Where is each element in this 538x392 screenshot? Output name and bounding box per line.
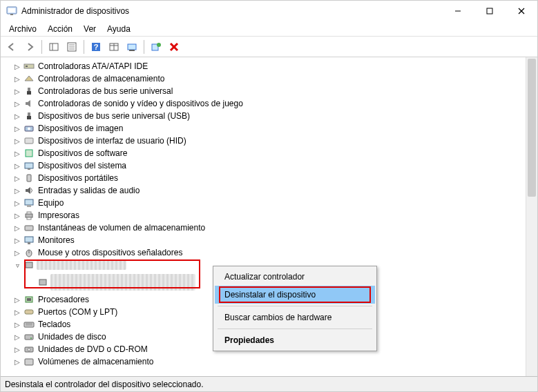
context-update-driver[interactable]: Actualizar controlador [215, 268, 375, 286]
toolbar-separator [84, 40, 84, 54]
chevron-right-icon[interactable]: ▷ [13, 199, 21, 207]
chevron-right-icon[interactable]: ▷ [13, 333, 21, 341]
update-driver-button[interactable] [124, 39, 140, 55]
back-button[interactable] [3, 39, 20, 55]
tree-node[interactable]: ▷Instantáneas de volumen de almacenamien… [13, 222, 537, 234]
tree-node[interactable]: ▷Mouse y otros dispositivos señaladores [13, 246, 537, 259]
scan-hardware-button[interactable] [148, 39, 164, 55]
chevron-right-icon[interactable]: ▷ [13, 100, 21, 108]
menu-archivo[interactable]: Archivo [3, 23, 42, 35]
node-label: Volúmenes de almacenamiento [37, 357, 155, 366]
chevron-right-icon[interactable]: ▷ [13, 321, 21, 329]
chevron-right-icon[interactable]: ▷ [13, 346, 21, 353]
tree-node[interactable]: ▷Dispositivos de interfaz de usuario (HI… [13, 135, 537, 147]
disk-icon [23, 332, 35, 342]
menubar: Archivo Acción Ver Ayuda [1, 21, 537, 37]
tree-node[interactable]: ▷Dispositivos del sistema [13, 159, 537, 172]
menu-ver[interactable]: Ver [78, 23, 102, 35]
node-label: Instantáneas de volumen de almacenamient… [37, 223, 206, 233]
chevron-down-icon[interactable]: ▿ [13, 262, 21, 269]
svg-rect-37 [25, 199, 33, 205]
chevron-right-icon[interactable]: ▷ [13, 137, 21, 145]
grid-view-button[interactable] [106, 39, 122, 55]
node-label: Puertos (COM y LPT) [37, 307, 119, 317]
menu-ayuda[interactable]: Ayuda [102, 23, 136, 35]
svg-rect-39 [26, 214, 32, 217]
chevron-right-icon[interactable]: ▷ [13, 212, 21, 219]
svg-rect-2 [10, 14, 13, 15]
svg-rect-32 [25, 138, 33, 144]
hid-device-icon [23, 136, 35, 146]
svg-rect-34 [25, 163, 33, 168]
properties-button[interactable] [64, 39, 80, 55]
storage-controller-icon [23, 74, 35, 84]
node-label: Dispositivos de bus serie universal (USB… [37, 111, 191, 121]
device-icon [23, 260, 35, 270]
node-label: Dispositivos del sistema [37, 161, 128, 170]
scrollbar-thumb[interactable] [528, 59, 536, 197]
node-label: Dispositivos de software [37, 148, 128, 158]
tree-node[interactable]: ▷Controladoras de bus serie universal [13, 85, 537, 97]
chevron-right-icon[interactable]: ▷ [13, 150, 21, 157]
chevron-right-icon[interactable]: ▷ [13, 296, 21, 304]
maximize-button[interactable] [474, 1, 506, 21]
tree-node[interactable]: ▷Entradas y salidas de audio [13, 184, 537, 197]
svg-rect-36 [27, 175, 31, 182]
tree-node[interactable]: ▷Impresoras [13, 209, 537, 222]
chevron-right-icon[interactable]: ▷ [13, 308, 21, 316]
svg-rect-51 [25, 310, 33, 314]
storage-volume-icon [23, 357, 35, 366]
tree-node[interactable]: ▷Dispositivos de imagen [13, 122, 537, 135]
show-hide-tree-button[interactable] [46, 39, 62, 55]
chevron-right-icon[interactable]: ▷ [13, 88, 21, 95]
tree-node[interactable]: ▷Dispositivos de bus serie universal (US… [13, 110, 537, 122]
node-label: Mouse y otros dispositivos señaladores [37, 248, 184, 257]
node-label: Unidades de disco [37, 332, 108, 342]
tree-node[interactable]: ▷Volúmenes de almacenamiento [13, 355, 537, 368]
tree-node[interactable]: ▷Controladoras de sonido y vídeo y dispo… [13, 97, 537, 110]
context-uninstall-device[interactable]: Desinstalar el dispositivo [215, 286, 375, 304]
chevron-right-icon[interactable]: ▷ [13, 187, 21, 195]
tree-node[interactable]: ▷Monitores [13, 234, 537, 246]
chevron-right-icon[interactable]: ▷ [13, 358, 21, 366]
node-label: Controladoras de sonido y vídeo y dispos… [37, 99, 244, 108]
minimize-button[interactable] [442, 1, 474, 21]
svg-rect-18 [128, 44, 136, 50]
menu-accion[interactable]: Acción [42, 23, 78, 35]
node-label: Dispositivos de interfaz de usuario (HID… [37, 136, 188, 146]
node-label: Dispositivos portátiles [37, 173, 119, 183]
scrollbar[interactable] [526, 57, 537, 376]
close-button[interactable] [506, 1, 537, 21]
uninstall-button[interactable] [166, 39, 182, 55]
context-separator [218, 329, 372, 329]
mouse-icon [23, 248, 35, 257]
chevron-right-icon[interactable]: ▷ [13, 162, 21, 170]
svg-point-21 [157, 43, 161, 47]
forward-button[interactable] [21, 39, 38, 55]
statusbar: Desinstala el controlador del dispositiv… [1, 376, 537, 391]
chevron-right-icon[interactable]: ▷ [13, 63, 21, 70]
port-icon [23, 307, 35, 317]
ide-controller-icon [23, 61, 35, 71]
context-properties[interactable]: Propiedades [215, 331, 375, 349]
context-item-label: Desinstalar el dispositivo [224, 290, 316, 300]
chevron-right-icon[interactable]: ▷ [13, 237, 21, 244]
chevron-right-icon[interactable]: ▷ [13, 75, 21, 83]
chevron-right-icon[interactable]: ▷ [13, 224, 21, 232]
chevron-right-icon[interactable]: ▷ [13, 112, 21, 120]
tree-node[interactable]: ▷Dispositivos portátiles [13, 172, 537, 184]
svg-rect-19 [129, 50, 135, 51]
tree-node[interactable]: ▷Controladoras de almacenamiento [13, 72, 537, 85]
context-scan-hardware[interactable]: Buscar cambios de hardware [215, 308, 375, 326]
volume-snapshot-icon [23, 223, 35, 233]
tree-node[interactable]: ▷Controladoras ATA/ATAPI IDE [13, 60, 537, 72]
svg-rect-29 [27, 116, 31, 119]
tree-node[interactable]: ▷Dispositivos de software [13, 147, 537, 159]
chevron-right-icon[interactable]: ▷ [13, 175, 21, 182]
toolbar-separator [144, 40, 144, 54]
chevron-right-icon[interactable]: ▷ [13, 125, 21, 133]
tree-node[interactable]: ▷Equipo [13, 197, 537, 209]
chevron-right-icon[interactable]: ▷ [13, 249, 21, 257]
svg-rect-50 [27, 298, 31, 301]
help-button[interactable]: ? [88, 39, 104, 55]
